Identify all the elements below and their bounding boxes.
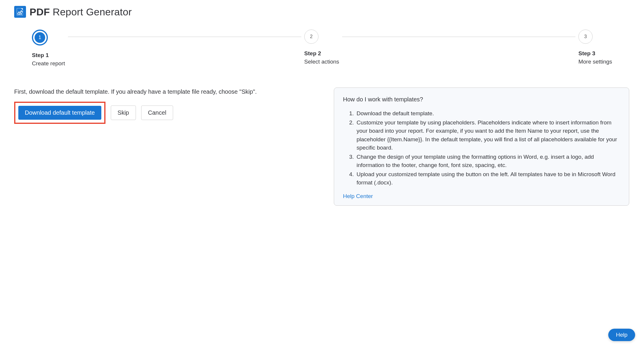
app-title-bold: PDF: [30, 6, 50, 17]
app-header: PDF Report Generator: [14, 6, 630, 18]
right-column: How do I work with templates? Download t…: [334, 87, 629, 206]
step-3[interactable]: 3 Step 3 More settings: [578, 30, 612, 65]
step-3-title: Step 3: [578, 50, 612, 57]
help-item-3: Change the design of your template using…: [355, 153, 620, 170]
left-column: First, download the default template. If…: [14, 87, 322, 124]
help-panel: How do I work with templates? Download t…: [334, 87, 629, 206]
help-item-4: Upload your customized template using th…: [355, 170, 620, 187]
step-1-circle[interactable]: 1: [32, 30, 48, 46]
step-line-1-2: [68, 37, 301, 37]
help-list: Download the default template. Customize…: [343, 109, 620, 187]
step-1[interactable]: 1 Step 1 Create report: [32, 30, 65, 67]
button-row: Download default template Skip Cancel: [14, 102, 322, 124]
app-logo-icon: [14, 6, 26, 18]
step-2-desc: Select actions: [304, 59, 339, 65]
help-item-2: Customize your template by using placeho…: [355, 119, 620, 152]
step-line-2-3: [342, 37, 575, 37]
skip-button[interactable]: Skip: [111, 106, 136, 120]
main-content: First, download the default template. If…: [14, 87, 630, 206]
step-1-title: Step 1: [32, 52, 65, 59]
help-center-link[interactable]: Help Center: [343, 193, 373, 200]
stepper: 1 Step 1 Create report 2 Step 2 Select a…: [32, 30, 612, 67]
step-3-circle[interactable]: 3: [578, 30, 593, 44]
svg-rect-4: [21, 13, 22, 15]
download-default-template-button[interactable]: Download default template: [18, 106, 101, 120]
step-2-title: Step 2: [304, 50, 339, 57]
svg-rect-3: [19, 13, 20, 15]
app-title-rest: Report Generator: [50, 6, 132, 17]
help-floating-button[interactable]: Help: [608, 329, 635, 341]
help-item-1: Download the default template.: [355, 109, 620, 118]
step-1-desc: Create report: [32, 60, 65, 67]
step-2[interactable]: 2 Step 2 Select actions: [304, 30, 339, 65]
step-3-desc: More settings: [578, 59, 612, 65]
download-highlight-box: Download default template: [14, 102, 105, 124]
help-panel-title: How do I work with templates?: [343, 96, 620, 103]
instruction-text: First, download the default template. If…: [14, 87, 322, 96]
cancel-button[interactable]: Cancel: [141, 106, 173, 120]
app-title: PDF Report Generator: [30, 6, 132, 18]
svg-rect-2: [18, 14, 19, 15]
step-2-circle[interactable]: 2: [304, 30, 318, 44]
